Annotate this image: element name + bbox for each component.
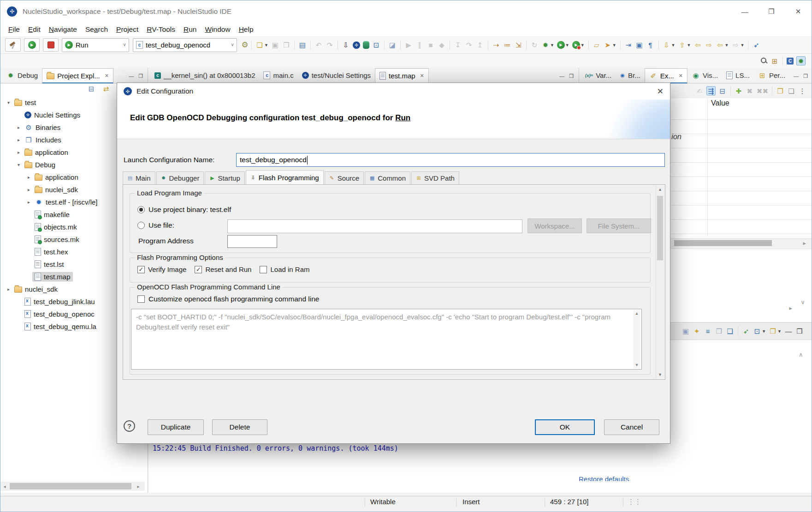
run-tool-icon[interactable]: ▶▼ bbox=[557, 41, 569, 49]
scroll-down-icon[interactable]: ▼ bbox=[633, 363, 640, 367]
scroll-down-icon[interactable]: ▼ bbox=[656, 372, 664, 377]
search-icon[interactable] bbox=[760, 57, 768, 65]
dialog-close-icon[interactable]: ✕ bbox=[657, 87, 664, 96]
dialog-tab-debugger[interactable]: ✹Debugger bbox=[156, 171, 204, 184]
dialog-tab-svd-path[interactable]: ⊞SVD Path bbox=[411, 171, 459, 184]
use-project-binary-radio[interactable] bbox=[137, 206, 145, 213]
filesystem-button[interactable]: File System... bbox=[587, 218, 651, 233]
next-annotation-icon[interactable]: ⇩▼ bbox=[663, 41, 676, 49]
forward-icon[interactable]: ⇨ bbox=[705, 41, 713, 49]
scrollbar-thumb[interactable] bbox=[657, 196, 663, 260]
tab-peripherals[interactable]: ⊞Per... bbox=[754, 68, 789, 83]
value-column-header[interactable]: Value bbox=[711, 99, 729, 107]
watch-icon[interactable]: ✍ bbox=[695, 87, 704, 95]
load-download-icon[interactable]: ⇩ bbox=[342, 41, 350, 49]
tree-expander-icon[interactable]: ▸ bbox=[25, 187, 32, 192]
dialog-tab-flash-programming[interactable]: ⇩Flash Programming bbox=[246, 170, 324, 184]
open-folder-icon[interactable]: ▱ bbox=[593, 41, 601, 49]
c-perspective-icon[interactable]: C bbox=[787, 58, 794, 65]
tree-expander-icon[interactable]: ▸ bbox=[5, 287, 12, 292]
program-address-input[interactable] bbox=[227, 235, 277, 248]
tree-expander-icon[interactable]: ▾ bbox=[15, 162, 22, 167]
tab-project-explorer[interactable]: Project Expl...✕ bbox=[42, 68, 113, 83]
dialog-tab-main[interactable]: ▤Main bbox=[123, 171, 155, 184]
forward-history-icon[interactable]: ⇨▼ bbox=[731, 41, 744, 49]
customize-command-checkbox[interactable] bbox=[137, 295, 145, 303]
show-blocks-icon[interactable]: ▣ bbox=[635, 41, 644, 49]
help-button[interactable]: ? bbox=[124, 420, 135, 432]
tab-ls[interactable]: LS... bbox=[722, 68, 754, 83]
close-icon[interactable]: ✕ bbox=[105, 73, 109, 79]
minimize-button[interactable]: — bbox=[731, 0, 758, 23]
minimize-view-icon[interactable]: — bbox=[129, 73, 134, 79]
tree-expander-icon[interactable]: ▸ bbox=[15, 150, 22, 155]
debug-perspective-icon[interactable]: ✹ bbox=[796, 56, 806, 65]
scroll-up-icon[interactable]: ∧ bbox=[799, 351, 803, 358]
menu-window[interactable]: Window bbox=[201, 25, 235, 34]
dialog-tab-source[interactable]: ✎Source bbox=[325, 171, 364, 184]
view-menu-icon[interactable]: ⋮ bbox=[798, 87, 806, 95]
tab-variables[interactable]: (x)=Var... bbox=[581, 68, 616, 83]
menu-run[interactable]: Run bbox=[179, 25, 201, 34]
save-icon[interactable]: ▣ bbox=[271, 41, 279, 49]
dialog-tab-common[interactable]: ▦Common bbox=[365, 171, 410, 184]
scroll-right-icon[interactable]: ▸ bbox=[134, 482, 142, 491]
checkbox-icon[interactable]: ✓ bbox=[137, 266, 145, 273]
maximize-editor-icon[interactable]: ❒ bbox=[569, 73, 574, 79]
minimize-view-icon[interactable]: — bbox=[794, 73, 799, 79]
tree-expander-icon[interactable]: ▸ bbox=[15, 125, 22, 130]
step-over-icon[interactable]: ↷ bbox=[465, 41, 473, 49]
instruction-stepping-icon[interactable]: ⇢ bbox=[492, 41, 500, 49]
scroll-left-icon[interactable]: ◂ bbox=[0, 482, 9, 491]
open-console-icon[interactable]: ❐▼ bbox=[769, 327, 782, 335]
new-wizard-icon[interactable]: ❏▼ bbox=[255, 41, 268, 49]
restore-defaults-link[interactable]: Restore defaults bbox=[579, 475, 629, 481]
back-icon[interactable]: ⇦ bbox=[693, 41, 702, 49]
load-in-ram-checkbox[interactable]: Load in Ram bbox=[260, 265, 309, 273]
show-disassembly-icon[interactable]: ≔ bbox=[503, 41, 511, 49]
menu-rv-tools[interactable]: RV-Tools bbox=[142, 25, 179, 34]
pin-console-icon[interactable]: ➶ bbox=[742, 327, 750, 335]
delete-button[interactable]: Delete bbox=[212, 419, 267, 435]
scroll-up-icon[interactable]: ▲ bbox=[633, 311, 640, 316]
link-with-editor-icon[interactable]: ⇄ bbox=[102, 84, 110, 93]
content-scrollbar[interactable]: ▲ ▼ bbox=[656, 186, 664, 378]
stop-button[interactable] bbox=[43, 38, 59, 52]
cancel-button[interactable]: Cancel bbox=[604, 419, 659, 435]
debug-tool-icon[interactable]: ✹▼ bbox=[541, 41, 554, 49]
disconnect-icon[interactable]: ◆ bbox=[438, 41, 446, 49]
close-button[interactable]: ✕ bbox=[785, 0, 812, 23]
maximize-view-icon[interactable]: ❒ bbox=[803, 73, 808, 79]
collapse-all-icon[interactable]: ⊟ bbox=[718, 87, 727, 95]
tab-main-c[interactable]: cmain.c bbox=[259, 68, 297, 83]
save-all-icon[interactable]: ❒ bbox=[282, 41, 290, 49]
scroll-up-icon[interactable]: ▲ bbox=[656, 187, 664, 192]
maximize-view-icon[interactable]: ❒ bbox=[138, 73, 143, 79]
resume-icon[interactable]: ▶ bbox=[404, 41, 413, 49]
menu-edit[interactable]: Edit bbox=[24, 25, 45, 34]
tab-kernel-sin[interactable]: c__kernel_sin() at 0x800013b2 bbox=[150, 68, 259, 83]
undo-icon[interactable]: ↶ bbox=[314, 41, 323, 49]
scrollbar-thumb[interactable] bbox=[10, 483, 131, 489]
flash-tool-icon[interactable]: ➤▼ bbox=[604, 41, 616, 49]
nuclei-tool-icon[interactable]: ✣ bbox=[353, 41, 360, 49]
launch-config-combo[interactable]: c test_debug_openocd ˅ bbox=[133, 38, 237, 52]
run-button[interactable]: ▶ bbox=[24, 38, 40, 52]
build-hammer-button[interactable] bbox=[5, 38, 21, 52]
scroll-right-icon[interactable]: ▸ bbox=[789, 305, 792, 312]
openocd-command-textarea[interactable]: -c "set BOOT_HARTID 0;" -f "nuclei_sdk/S… bbox=[131, 309, 642, 370]
step-return-icon[interactable]: ↥ bbox=[476, 41, 484, 49]
tree-expander-icon[interactable]: ▸ bbox=[25, 200, 32, 205]
remove-all-expressions-icon[interactable]: ✖✖ bbox=[757, 87, 768, 95]
step-into-icon[interactable]: ↧ bbox=[454, 41, 462, 49]
scroll-right-icon[interactable]: ▸ bbox=[803, 240, 806, 247]
open-perspective-icon[interactable]: ⊞ bbox=[771, 57, 779, 65]
display-icon[interactable]: ⊡ bbox=[372, 41, 380, 49]
checkbox-icon[interactable] bbox=[260, 266, 267, 273]
tab-nuclei-settings[interactable]: ✣test/Nuclei Settings bbox=[298, 68, 375, 83]
scrollbar-thumb[interactable] bbox=[674, 240, 772, 246]
show-logical-structure-icon[interactable]: ⇶ bbox=[706, 86, 716, 95]
minimize-console-icon[interactable]: — bbox=[784, 327, 793, 335]
new-view-icon[interactable]: ❐ bbox=[776, 87, 784, 95]
dialog-tab-startup[interactable]: ▶Startup bbox=[205, 171, 244, 184]
